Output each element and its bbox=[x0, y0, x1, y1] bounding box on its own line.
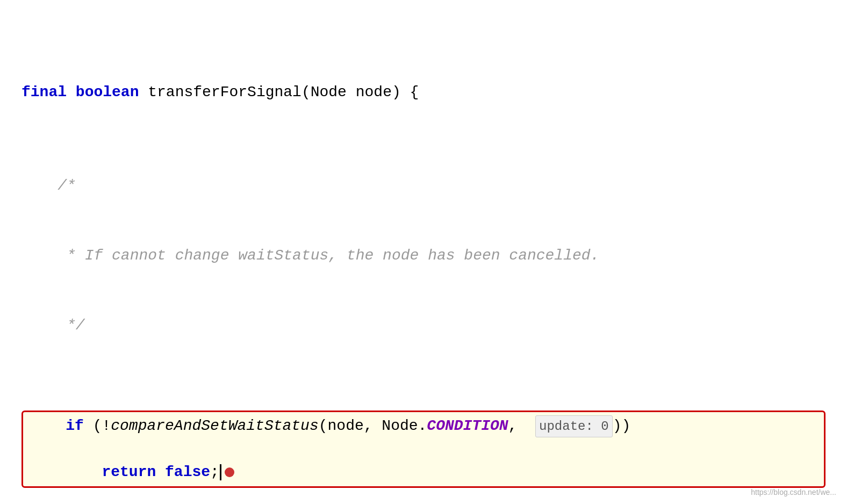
cursor-dot bbox=[225, 467, 234, 477]
line-if-statement: if (!compareAndSetWaitStatus(node, Node.… bbox=[30, 414, 817, 437]
highlighted-if-block: if (!compareAndSetWaitStatus(node, Node.… bbox=[21, 411, 826, 488]
code-container: final boolean transferForSignal(Node nod… bbox=[0, 0, 847, 504]
hint-update: update: 0 bbox=[535, 415, 613, 437]
keyword-return: return bbox=[102, 464, 156, 480]
method-name: transferForSignal(Node node) { bbox=[148, 84, 419, 100]
keyword-boolean: boolean bbox=[76, 84, 139, 100]
keyword-final: final bbox=[21, 84, 67, 100]
comment-body-1: * If cannot change waitStatus, the node … bbox=[21, 244, 826, 267]
watermark: https://blog.csdn.net/we... bbox=[751, 488, 836, 496]
keyword-if: if bbox=[66, 417, 84, 434]
constant-condition: CONDITION bbox=[427, 417, 508, 434]
comment-close-1: */ bbox=[21, 314, 826, 337]
code-block: final boolean transferForSignal(Node nod… bbox=[21, 11, 826, 504]
text-cursor bbox=[220, 464, 221, 480]
line-return-false: return false; bbox=[30, 460, 817, 484]
keyword-false: false bbox=[165, 464, 210, 480]
line-function-signature: final boolean transferForSignal(Node nod… bbox=[21, 81, 826, 104]
method-compareAndSetWaitStatus: compareAndSetWaitStatus bbox=[111, 417, 318, 434]
comment-open-1: /* bbox=[21, 174, 826, 197]
